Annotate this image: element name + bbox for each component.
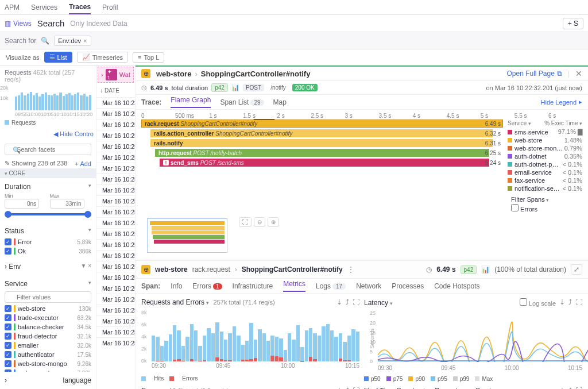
add-facet[interactable]: + Add [75,160,91,167]
trace-row[interactable]: Mar 16 10:25 [96,337,135,348]
fullscreen-icon[interactable]: ⛶ [353,387,359,389]
export-icon[interactable]: ⇣ [559,387,565,389]
fit-icon[interactable]: ⛶ [239,217,252,227]
checkbox-icon[interactable]: ✓ [5,360,11,367]
checkbox-icon[interactable]: ✓ [5,351,11,358]
trace-row[interactable]: Mar 16 10:25 [96,239,135,250]
span-tab-network[interactable]: Network [356,282,381,290]
share-icon[interactable]: ⤴ [346,387,349,389]
span-row[interactable]: rails.action_controller ShoppingCartCont… [141,129,503,138]
span-tab-infra[interactable]: Infrastructure [233,282,273,290]
tab-flamegraph[interactable]: Flame Graph [171,96,211,108]
span-tab-processes[interactable]: Processes [392,282,424,290]
trace-row[interactable]: Mar 16 10:25 [96,108,135,119]
service-item[interactable]: ✓web-store-mongo9.26k [5,359,91,368]
trace-row[interactable]: Mar 16 10:25 [96,206,135,217]
share-icon[interactable]: ⤴ [568,387,572,389]
requests-chart[interactable]: 8k6k4k2k0k 09:3009:4510:0010:15 [141,310,359,373]
service-item[interactable]: ✓emailer32.0k [5,341,91,350]
trace-row[interactable]: Mar 16 10:25 [96,315,135,326]
duration-min[interactable] [5,199,39,209]
duration-max[interactable] [50,199,84,209]
checkbox-icon[interactable]: ✓ [5,238,11,245]
chart-title-errors[interactable]: Errors [141,387,164,389]
trace-row[interactable]: Mar 16 10:25 [96,228,135,239]
fullscreen-icon[interactable]: ⛶ [575,387,582,389]
service-item[interactable]: ✓balance-checker34.5k [5,322,91,332]
grouping-select[interactable]: Downstream Service [435,387,502,389]
checkbox-icon[interactable]: ✓ [5,342,11,349]
share-icon[interactable]: ⤴ [568,298,572,307]
service-item[interactable]: ✓authenticator17.5k [5,350,91,359]
export-icon[interactable]: ⇣ [336,387,342,389]
tab-spanlist[interactable]: Span List29 [220,98,264,106]
checkbox-icon[interactable]: ✓ [5,314,11,321]
export-icon[interactable]: ⇣ [336,298,342,306]
dist-icon[interactable]: 📊 [231,84,239,91]
status-item[interactable]: ✓Error5.89k [5,237,91,247]
trace-row[interactable]: Mar 16 10:25 [96,272,135,283]
span-tab-errors[interactable]: Errors1 [192,282,222,290]
filter-icon[interactable]: ▼ × [80,263,91,271]
filter-pill-env[interactable]: Env:dev × [54,36,91,46]
more-icon[interactable]: ⋮ [347,265,354,274]
export-icon[interactable]: ⇣ [559,298,565,307]
trace-row[interactable]: Mar 16 10:25 [96,294,135,305]
service-filter-input[interactable] [5,291,91,303]
service-item[interactable]: ✓fraud-detector32.1k [5,332,91,341]
trace-row[interactable]: Mar 16 10:25 [96,305,135,315]
span-row[interactable]: http.request POST /notify-batch 6.25 s [141,148,503,157]
legend-item[interactable]: notification-se…< 0.1% [508,184,582,192]
fullscreen-icon[interactable]: ⛶ [575,298,582,307]
legend-item[interactable]: sms-service97.1% ▇ [508,128,582,136]
status-item[interactable]: ✓Ok386k [5,247,91,256]
tab-map[interactable]: Map [273,98,287,106]
trace-minimap[interactable] [147,218,227,253]
tab-profiles[interactable]: Profil [102,3,118,11]
legend-item[interactable]: auth-dotnet0.35% [508,152,582,160]
legend-item[interactable]: email-service< 0.1% [508,168,582,176]
trace-row[interactable]: Mar 16 10:25 [96,195,135,206]
core-section[interactable]: CORE [0,168,96,178]
legend-item[interactable]: web-store1.48% [508,136,582,144]
service-item[interactable]: ✓trade-executor63.2k [5,313,91,322]
requests-minichart[interactable]: 20k 10k 09:5510:0010:0510:1010:1510:20 [0,85,96,117]
trace-row[interactable]: Mar 16 10:25 [96,130,135,141]
tab-services[interactable]: Services [31,3,57,11]
views-button[interactable]: ▥ Views [5,20,32,28]
duration-facet[interactable]: Duration [5,180,91,193]
tab-apm[interactable]: APM [5,3,20,11]
flame-graph[interactable]: 2.49 s rack.request ShoppingCartControll… [141,119,503,215]
trace-row[interactable]: Mar 16 10:25 [96,152,135,163]
logscale-toggle[interactable]: Log scale [520,298,556,307]
share-icon[interactable]: ⤴ [346,298,349,306]
span-tab-info[interactable]: Info [171,282,182,290]
status-facet[interactable]: Status [5,225,91,237]
date-column-header[interactable]: ↓ DATE [96,84,135,97]
open-full-page[interactable]: Open Full Page ⧉ [506,70,562,78]
trace-row[interactable]: Mar 16 10:25 [96,283,135,294]
legend-item[interactable]: auth-dotnet-p…< 0.1% [508,160,582,168]
trace-row[interactable]: Mar 16 10:25 [96,174,135,184]
filter-spans[interactable]: Filter Spans [511,195,579,204]
vis-list[interactable]: ☰ List [44,52,72,63]
add-button[interactable]: + S [563,18,583,29]
legend-item[interactable]: web-store-mon…0.79% [508,144,582,152]
minimap-controls[interactable]: ⛶⊖⊕ [233,215,285,229]
span-row[interactable]: rails.notify 6.31 s [141,138,503,148]
tab-traces[interactable]: Traces [69,3,91,14]
hide-legend[interactable]: Hide Legend ▸ [541,98,582,106]
service-facet[interactable]: Service [5,278,91,290]
close-panel[interactable]: ✕ [575,69,582,78]
latency-chart[interactable]: Seconds 2520151050 09:3009:4510:0010:15 [364,310,582,373]
env-facet[interactable]: › Env▼ × [5,260,91,273]
checkbox-icon[interactable]: ✓ [5,305,11,312]
expand-icon[interactable]: ⤢ [571,264,582,275]
legend-item[interactable]: fax-service< 0.1% [508,176,582,184]
trace-row[interactable]: Mar 16 10:25 [96,217,135,228]
span-row[interactable]: rack.request ShoppingCartController#noti… [141,119,503,128]
checkbox-icon[interactable]: ✓ [5,333,11,340]
close-icon[interactable]: × [83,37,87,44]
chart-title-requests[interactable]: Requests and Errors [141,298,209,306]
checkbox-icon[interactable]: ✓ [5,248,11,255]
